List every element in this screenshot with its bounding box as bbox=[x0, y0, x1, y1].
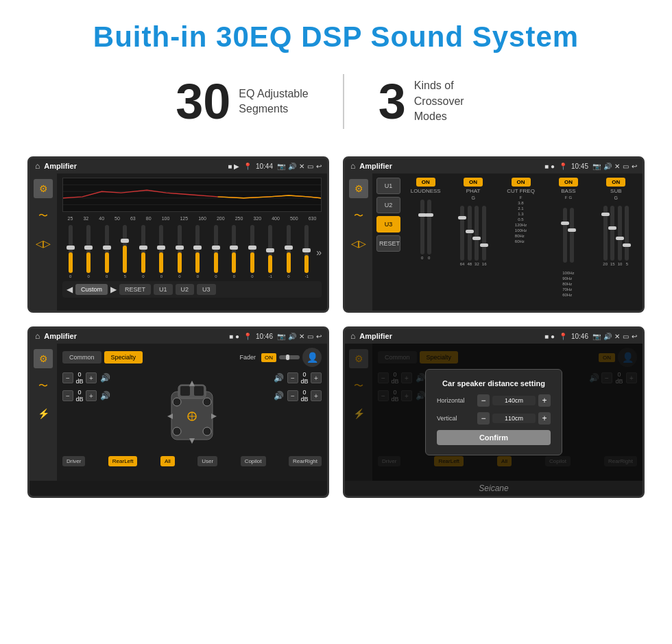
volume-icon2: 🔊 bbox=[603, 163, 612, 170]
wave-icon2[interactable]: 〜 bbox=[349, 206, 368, 226]
preset-u3[interactable]: U3 bbox=[376, 216, 400, 232]
db-control-bl: − 0 dB + 🔊 bbox=[62, 389, 110, 403]
copilot-btn3[interactable]: Copilot bbox=[241, 456, 266, 466]
phat-on[interactable]: ON bbox=[464, 178, 483, 187]
plus-btn-br[interactable]: + bbox=[311, 390, 322, 401]
vol-icon2[interactable]: ◁▷ bbox=[349, 234, 368, 253]
back-icon3: ↩ bbox=[316, 333, 322, 340]
horizontal-label: Horizontal bbox=[437, 397, 475, 404]
bass-label: BASS bbox=[561, 188, 575, 194]
vertical-minus[interactable]: − bbox=[477, 412, 490, 425]
u2-btn[interactable]: U2 bbox=[176, 284, 195, 295]
close-icon3: ✕ bbox=[299, 333, 304, 340]
back-icon: ↩ bbox=[316, 163, 322, 170]
home-icon[interactable]: ⌂ bbox=[35, 161, 40, 171]
driver-btn3[interactable]: Driver bbox=[62, 456, 85, 466]
svg-point-8 bbox=[173, 398, 181, 406]
sub-col: ON SUB G 20 15 10 bbox=[594, 178, 638, 307]
wave-sidebar-icon[interactable]: 〜 bbox=[34, 206, 53, 226]
pin-icon4: 📍 bbox=[559, 333, 567, 340]
vertical-plus[interactable]: + bbox=[538, 412, 551, 425]
svg-marker-18 bbox=[211, 414, 217, 419]
minus-btn-tl[interactable]: − bbox=[62, 372, 73, 383]
plus-btn-tr[interactable]: + bbox=[311, 372, 322, 383]
confirm-button[interactable]: Confirm bbox=[437, 430, 551, 445]
cutfreq-on[interactable]: ON bbox=[512, 178, 531, 187]
wave-icon3[interactable]: 〜 bbox=[34, 377, 53, 396]
screen2-crossover-main: U1 U2 U3 RESET ON LOUDNESS 0 bbox=[372, 174, 643, 311]
camera-icon3: 📷 bbox=[277, 333, 285, 340]
window-icon: ▭ bbox=[307, 163, 313, 170]
minus-btn-bl[interactable]: − bbox=[62, 390, 73, 401]
window-icon3: ▭ bbox=[307, 333, 313, 340]
crossover-stat: 3 Kinds of Crossover Modes bbox=[344, 77, 531, 126]
rearleft-btn3[interactable]: RearLeft bbox=[108, 456, 138, 466]
plus-btn-bl[interactable]: + bbox=[86, 390, 97, 401]
screens-grid: ⌂ Amplifier ■ ▶ 📍 10:44 📷 🔊 ✕ ▭ ↩ ⚙ 〜 ◁▷ bbox=[0, 150, 672, 512]
eq-graph bbox=[62, 178, 322, 212]
volume-sidebar-icon[interactable]: ◁▷ bbox=[34, 234, 53, 253]
vertical-row: Vertical − 110cm + bbox=[437, 412, 551, 425]
screen3-icons: ■ ● bbox=[229, 333, 239, 340]
eq-sidebar-icon[interactable]: ⚙ bbox=[34, 179, 53, 198]
reset-btn2[interactable]: RESET bbox=[376, 235, 400, 252]
specialty-tab3[interactable]: Specialty bbox=[104, 351, 143, 363]
plus-btn-tl[interactable]: + bbox=[86, 372, 97, 383]
next-icon[interactable]: ▶ bbox=[110, 285, 117, 294]
db-val-br: 0 dB bbox=[300, 389, 309, 403]
eq-icon3[interactable]: ⚙ bbox=[34, 349, 53, 368]
preset-u1[interactable]: U1 bbox=[376, 178, 400, 194]
volume-icon: 🔊 bbox=[288, 163, 296, 170]
cutfreq-col: ON CUT FREQ F 3.8 2.1 1.3 0.5 120Hz100Hz… bbox=[499, 178, 543, 307]
back-icon4: ↩ bbox=[632, 333, 637, 340]
slider-col-8: 0 bbox=[190, 225, 206, 278]
u1-btn[interactable]: U1 bbox=[154, 284, 173, 295]
camera-icon2: 📷 bbox=[592, 163, 601, 170]
bass-on[interactable]: ON bbox=[559, 178, 578, 187]
eq-icon2[interactable]: ⚙ bbox=[349, 179, 368, 198]
rearright-btn3[interactable]: RearRight bbox=[289, 456, 322, 466]
fader-on3[interactable]: ON bbox=[261, 353, 276, 362]
home-icon3[interactable]: ⌂ bbox=[35, 331, 40, 341]
sub-label: SUB bbox=[610, 188, 621, 194]
speaker-icon-br: 🔊 bbox=[274, 391, 284, 401]
screen4-body: ⚙ 〜 ⚡ Common Specialty ON 👤 − 0 dB bbox=[345, 344, 643, 481]
db-control-br: 🔊 − 0 dB + bbox=[274, 389, 322, 403]
u3-btn[interactable]: U3 bbox=[197, 284, 216, 295]
loudness-on[interactable]: ON bbox=[416, 178, 435, 187]
horizontal-plus[interactable]: + bbox=[538, 394, 551, 407]
bluetooth-icon3[interactable]: ⚡ bbox=[34, 404, 53, 423]
screen1-statusbar: ⌂ Amplifier ■ ▶ 📍 10:44 📷 🔊 ✕ ▭ ↩ bbox=[29, 158, 327, 174]
preset-u2[interactable]: U2 bbox=[376, 197, 400, 213]
reset-btn[interactable]: RESET bbox=[119, 284, 151, 295]
screen2-status-icons: 📷 🔊 ✕ ▭ ↩ bbox=[592, 163, 637, 170]
screen2-time: 10:45 bbox=[571, 163, 588, 170]
home-icon2[interactable]: ⌂ bbox=[350, 161, 355, 171]
common-tab3[interactable]: Common bbox=[62, 351, 101, 363]
minus-btn-br[interactable]: − bbox=[287, 390, 298, 401]
screen2-statusbar: ⌂ Amplifier ■ ● 📍 10:45 📷 🔊 ✕ ▭ ↩ bbox=[345, 158, 643, 174]
custom-btn[interactable]: Custom bbox=[75, 284, 108, 295]
eq-sliders: 0 0 0 5 bbox=[62, 224, 315, 278]
minus-btn-tr[interactable]: − bbox=[287, 372, 298, 383]
horizontal-minus[interactable]: − bbox=[477, 394, 490, 407]
screen3-title: Amplifier bbox=[44, 332, 225, 340]
home-icon4[interactable]: ⌂ bbox=[350, 331, 355, 341]
sub-on[interactable]: ON bbox=[606, 178, 625, 187]
eq-stat: 30 EQ Adjustable Segments bbox=[141, 77, 343, 126]
user-btn3[interactable]: User bbox=[197, 456, 217, 466]
page-title: Buith-in 30EQ DSP Sound System bbox=[0, 0, 672, 67]
all-btn3[interactable]: All bbox=[160, 456, 175, 466]
db-val-tr: 0 dB bbox=[300, 371, 309, 385]
right-controls3: 🔊 − 0 dB + 🔊 − 0 dB + bbox=[274, 371, 322, 453]
user-icon3[interactable]: 👤 bbox=[302, 348, 322, 367]
camera-icon: 📷 bbox=[277, 163, 285, 170]
expand-icon[interactable]: » bbox=[316, 247, 322, 258]
prev-icon[interactable]: ◀ bbox=[67, 285, 73, 294]
fader-slider3[interactable] bbox=[279, 355, 300, 359]
screen1-eq: ⌂ Amplifier ■ ▶ 📍 10:44 📷 🔊 ✕ ▭ ↩ ⚙ 〜 ◁▷ bbox=[27, 156, 329, 313]
speaker-grid3: − 0 dB + 🔊 − 0 dB + 🔊 bbox=[62, 371, 322, 453]
eq-number: 30 bbox=[176, 77, 230, 126]
crossover-number: 3 bbox=[379, 77, 406, 126]
svg-point-11 bbox=[203, 427, 211, 436]
